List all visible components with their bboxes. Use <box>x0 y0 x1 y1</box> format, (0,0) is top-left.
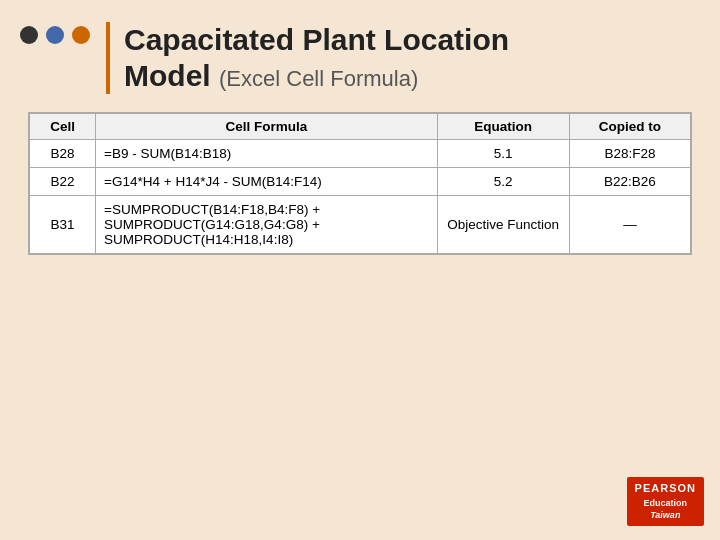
badge-line2: Taiwan <box>635 509 696 522</box>
cell-copied-b31: — <box>569 196 690 254</box>
table-row: B22 =G14*H4 + H14*J4 - SUM(B14:F14) 5.2 … <box>30 168 691 196</box>
badge-line1: Education <box>635 497 696 510</box>
subtitle-text: (Excel Cell Formula) <box>219 66 418 91</box>
cell-copied-b22: B22:B26 <box>569 168 690 196</box>
title-block: Capacitated Plant Location Model (Excel … <box>106 22 509 94</box>
header-copied: Copied to <box>569 114 690 140</box>
header-formula: Cell Formula <box>96 114 438 140</box>
formula-table: Cell Cell Formula Equation Copied to B28… <box>29 113 691 254</box>
table-row: B28 =B9 - SUM(B14:B18) 5.1 B28:F28 <box>30 140 691 168</box>
cell-ref-b22: B22 <box>30 168 96 196</box>
dot-1 <box>20 26 38 44</box>
cell-equation-b31: Objective Function <box>437 196 569 254</box>
cell-equation-b28: 5.1 <box>437 140 569 168</box>
table-header-row: Cell Cell Formula Equation Copied to <box>30 114 691 140</box>
cell-formula-b28: =B9 - SUM(B14:B18) <box>96 140 438 168</box>
cell-formula-b31: =SUMPRODUCT(B14:F18,B4:F8) + SUMPRODUCT(… <box>96 196 438 254</box>
cell-ref-b31: B31 <box>30 196 96 254</box>
header-cell: Cell <box>30 114 96 140</box>
page-title: Capacitated Plant Location Model (Excel … <box>124 22 509 94</box>
table-row: B31 =SUMPRODUCT(B14:F18,B4:F8) + SUMPROD… <box>30 196 691 254</box>
dot-3 <box>72 26 90 44</box>
cell-ref-b28: B28 <box>30 140 96 168</box>
title-main-text: Capacitated Plant Location <box>124 23 509 56</box>
pearson-logo-badge: PEARSON Education Taiwan <box>627 477 704 526</box>
cell-formula-b22: =G14*H4 + H14*J4 - SUM(B14:F14) <box>96 168 438 196</box>
badge-brand: PEARSON <box>635 481 696 496</box>
header-equation: Equation <box>437 114 569 140</box>
title-line2-text: Model <box>124 59 211 92</box>
decorative-dots <box>20 22 90 44</box>
page-header: Capacitated Plant Location Model (Excel … <box>0 0 720 112</box>
dot-2 <box>46 26 64 44</box>
cell-equation-b22: 5.2 <box>437 168 569 196</box>
data-table-wrapper: Cell Cell Formula Equation Copied to B28… <box>28 112 692 255</box>
cell-copied-b28: B28:F28 <box>569 140 690 168</box>
